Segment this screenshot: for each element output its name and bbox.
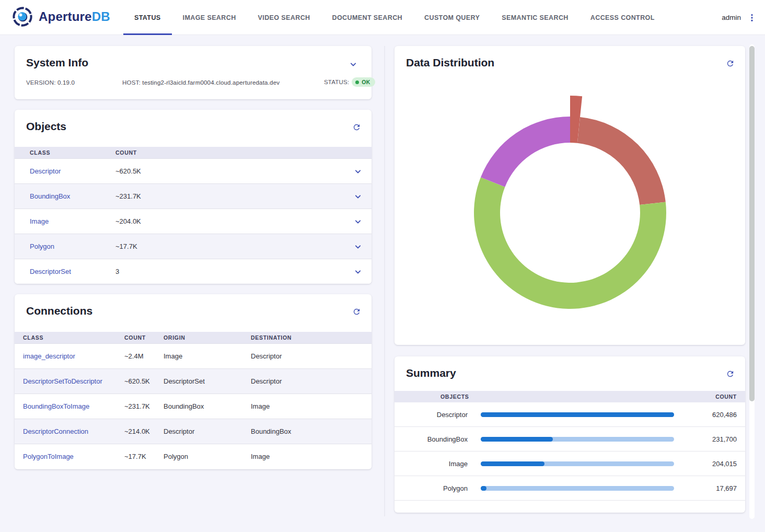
- brand-logo[interactable]: ApertureDB: [11, 6, 110, 28]
- object-count: ~620.5K: [115, 167, 288, 175]
- object-count: 3: [115, 268, 288, 275]
- object-count: ~204.0K: [115, 217, 288, 225]
- expand-row-button[interactable]: [352, 265, 364, 278]
- kebab-menu-icon: [747, 13, 757, 23]
- summary-bar-fill: [481, 437, 553, 442]
- status-field: STATUS: OK: [324, 77, 375, 87]
- top-nav-bar: ApertureDB STATUSIMAGE SEARCHVIDEO SEARC…: [0, 0, 765, 35]
- scrollbar-thumb[interactable]: [749, 46, 755, 401]
- column-header-class: CLASS: [15, 334, 124, 341]
- connection-destination: Descriptor: [251, 377, 372, 385]
- status-badge: OK: [352, 77, 375, 87]
- column-header-destination: DESTINATION: [251, 334, 372, 341]
- connections-table-row: PolygonToImage~17.7KPolygonImage: [15, 444, 372, 469]
- objects-table-row: Image~204.0K: [15, 209, 372, 234]
- objects-refresh-button[interactable]: [351, 121, 362, 133]
- data-distribution-card: Data Distribution: [395, 46, 745, 345]
- connection-origin: Image: [164, 352, 251, 360]
- summary-refresh-button[interactable]: [724, 368, 736, 379]
- summary-object-label: Polygon: [395, 484, 468, 492]
- chevron-down-icon: [353, 267, 363, 277]
- chevron-down-icon: [348, 59, 358, 70]
- nav-item-video-search[interactable]: VIDEO SEARCH: [247, 0, 321, 35]
- summary-bar-fill: [481, 486, 486, 491]
- connection-class-link[interactable]: BoundingBoxToImage: [15, 402, 124, 410]
- summary-table-row: Image204,015: [395, 452, 745, 476]
- connection-count: ~231.7K: [124, 402, 164, 410]
- refresh-icon: [352, 307, 361, 316]
- connection-destination: Image: [251, 453, 372, 460]
- connections-table-row: DescriptorConnection~214.0KDescriptorBou…: [15, 419, 372, 444]
- donut-slice-boundingbox[interactable]: [577, 117, 666, 205]
- system-info-card: System Info VERSION: 0.19.0 HOST: testin…: [15, 46, 372, 99]
- connection-origin: Descriptor: [164, 427, 251, 435]
- object-class-link[interactable]: Descriptor: [15, 167, 115, 175]
- nav-item-access-control[interactable]: ACCESS CONTROL: [579, 0, 666, 35]
- connections-refresh-button[interactable]: [351, 306, 362, 317]
- object-count: ~17.7K: [115, 242, 288, 250]
- connections-table-row: BoundingBoxToImage~231.7KBoundingBoxImag…: [15, 394, 372, 419]
- connection-class-link[interactable]: DescriptorConnection: [15, 427, 124, 435]
- connection-class-link[interactable]: PolygonToImage: [15, 453, 124, 460]
- nav-item-status[interactable]: STATUS: [123, 0, 172, 35]
- object-class-link[interactable]: Polygon: [15, 242, 115, 250]
- donut-chart: [395, 46, 745, 345]
- kebab-menu-button[interactable]: [746, 10, 758, 25]
- column-header-objects: OBJECTS: [441, 394, 469, 400]
- status-label: STATUS:: [324, 79, 349, 85]
- summary-count-value: 204,015: [674, 460, 745, 468]
- nav-item-image-search[interactable]: IMAGE SEARCH: [172, 0, 247, 35]
- objects-table-row: Polygon~17.7K: [15, 234, 372, 259]
- donut-slice-descriptor[interactable]: [474, 177, 666, 309]
- version-label: VERSION:: [26, 79, 56, 86]
- column-header-origin: ORIGIN: [164, 334, 251, 341]
- aperture-logo-icon: [11, 6, 33, 28]
- brand-name-primary: Aperture: [39, 9, 92, 24]
- column-divider: [384, 46, 385, 516]
- connections-table-row: image_descriptor~2.4MImageDescriptor: [15, 343, 372, 368]
- summary-object-label: Descriptor: [395, 411, 468, 419]
- column-header-class: CLASS: [15, 149, 115, 156]
- expand-row-button[interactable]: [352, 240, 364, 253]
- brand-name: ApertureDB: [39, 9, 110, 24]
- connection-destination: BoundingBox: [251, 427, 372, 435]
- column-header-count: COUNT: [115, 149, 288, 156]
- connections-card: Connections CLASSCOUNTORIGINDESTINATION …: [15, 294, 372, 469]
- chevron-down-icon: [353, 191, 363, 202]
- host-value: testing2-rl3aicld.farm0004.cloud.apertur…: [142, 79, 280, 86]
- expand-row-button[interactable]: [352, 165, 364, 178]
- objects-title: Objects: [26, 120, 66, 133]
- system-info-fields: VERSION: 0.19.0 HOST: testing2-rl3aicld.…: [15, 76, 372, 90]
- connections-table-body: image_descriptor~2.4MImageDescriptorDesc…: [15, 343, 372, 469]
- column-header-count: COUNT: [124, 334, 164, 341]
- column-header-count: COUNT: [715, 394, 737, 400]
- connection-count: ~620.5K: [124, 377, 164, 385]
- brand-name-secondary: DB: [92, 9, 110, 24]
- connection-count: ~2.4M: [124, 352, 164, 360]
- connection-origin: DescriptorSet: [164, 377, 251, 385]
- expand-row-button[interactable]: [352, 215, 364, 228]
- summary-bar-track: [481, 437, 674, 442]
- summary-bar-track: [481, 486, 674, 491]
- status-ok-dot-icon: [355, 80, 359, 84]
- donut-slice-image[interactable]: [481, 117, 570, 187]
- summary-count-value: 17,697: [674, 484, 745, 492]
- primary-nav: STATUSIMAGE SEARCHVIDEO SEARCHDOCUMENT S…: [123, 0, 666, 35]
- chevron-down-icon: [353, 241, 363, 252]
- object-class-link[interactable]: BoundingBox: [15, 192, 115, 200]
- summary-title: Summary: [406, 367, 456, 379]
- summary-table-header: OBJECTSCOUNT: [395, 391, 745, 402]
- status-ok-text: OK: [362, 79, 370, 85]
- collapse-button[interactable]: [347, 59, 359, 70]
- nav-item-semantic-search[interactable]: SEMANTIC SEARCH: [491, 0, 579, 35]
- object-class-link[interactable]: DescriptorSet: [15, 268, 115, 275]
- connection-class-link[interactable]: image_descriptor: [15, 352, 124, 360]
- connection-class-link[interactable]: DescriptorSetToDescriptor: [15, 377, 124, 385]
- nav-right: admin: [722, 0, 758, 35]
- nav-item-custom-query[interactable]: CUSTOM QUERY: [413, 0, 491, 35]
- summary-table-row: Descriptor620,486: [395, 402, 745, 427]
- expand-row-button[interactable]: [352, 190, 364, 203]
- object-class-link[interactable]: Image: [15, 217, 115, 225]
- summary-count-value: 620,486: [674, 411, 745, 419]
- nav-item-document-search[interactable]: DOCUMENT SEARCH: [321, 0, 413, 35]
